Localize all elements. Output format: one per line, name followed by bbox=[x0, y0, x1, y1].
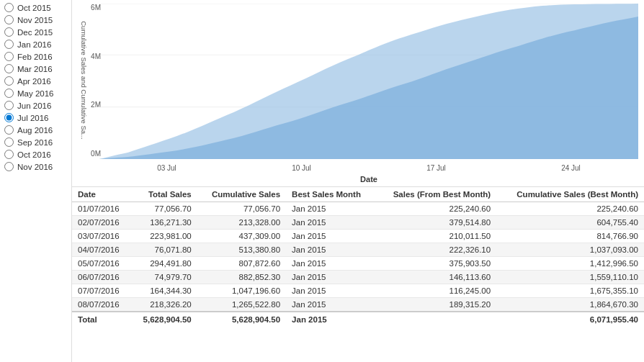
table-cell: 189,315.20 bbox=[375, 298, 496, 312]
sidebar-label: Oct 2015 bbox=[17, 4, 51, 12]
table-cell: 116,245.00 bbox=[375, 284, 496, 298]
table-cell: Jan 2015 bbox=[286, 284, 375, 298]
sidebar-label: Jul 2016 bbox=[17, 114, 48, 122]
table-row: 06/07/201674,979.70882,852.30Jan 2015146… bbox=[72, 271, 644, 284]
table-footer-cell: Jan 2015 bbox=[286, 312, 375, 327]
table-cell: Jan 2015 bbox=[286, 271, 375, 284]
sidebar-item-Oct-2016[interactable]: Oct 2016 bbox=[0, 148, 71, 160]
table-footer-cell: 5,628,904.50 bbox=[131, 312, 197, 327]
table-cell: 74,979.70 bbox=[131, 271, 197, 284]
table-header: DateTotal SalesCumulative SalesBest Sale… bbox=[72, 187, 644, 202]
sidebar-item-Dec-2015[interactable]: Dec 2015 bbox=[0, 26, 71, 38]
sidebar-label: Jan 2016 bbox=[17, 40, 51, 49]
radio-Nov-2016[interactable] bbox=[4, 162, 14, 171]
chart-svg-container bbox=[99, 4, 638, 159]
radio-Jul-2016[interactable] bbox=[4, 113, 14, 122]
radio-Apr-2016[interactable] bbox=[4, 76, 14, 86]
table-header-cell: Total Sales bbox=[131, 187, 197, 202]
sidebar-item-Jun-2016[interactable]: Jun 2016 bbox=[0, 99, 71, 112]
table-cell: 01/07/2016 bbox=[72, 202, 131, 216]
radio-Jan-2016[interactable] bbox=[4, 40, 14, 49]
table-cell: 375,903.50 bbox=[375, 257, 496, 271]
table-cell: 814,766.90 bbox=[496, 230, 644, 243]
chart-svg bbox=[99, 4, 638, 159]
x-axis-label: 03 Jul bbox=[157, 164, 176, 172]
sidebar-item-Jan-2016[interactable]: Jan 2016 bbox=[0, 38, 71, 50]
table-footer-cell: 5,628,904.50 bbox=[197, 312, 286, 327]
sidebar-label: Apr 2016 bbox=[17, 77, 51, 86]
radio-Oct-2016[interactable] bbox=[4, 150, 14, 159]
table-row: 02/07/2016136,271.30213,328.00Jan 201537… bbox=[72, 216, 644, 230]
table-cell: Jan 2015 bbox=[286, 243, 375, 257]
sidebar-item-Jul-2016[interactable]: Jul 2016 bbox=[0, 112, 71, 124]
sidebar-item-Mar-2016[interactable]: Mar 2016 bbox=[0, 63, 71, 75]
table-cell: 04/07/2016 bbox=[72, 243, 131, 257]
sidebar-item-Apr-2016[interactable]: Apr 2016 bbox=[0, 75, 71, 87]
table-cell: 77,056.70 bbox=[131, 202, 197, 216]
table-cell: 1,265,522.80 bbox=[197, 298, 286, 312]
radio-Aug-2016[interactable] bbox=[4, 125, 14, 135]
table-cell: 02/07/2016 bbox=[72, 216, 131, 230]
sidebar-item-Sep-2016[interactable]: Sep 2016 bbox=[0, 136, 71, 148]
table-row: 01/07/201677,056.7077,056.70Jan 2015225,… bbox=[72, 202, 644, 216]
table-cell: 76,071.80 bbox=[131, 243, 197, 257]
radio-Nov-2015[interactable] bbox=[4, 15, 14, 24]
sidebar-label: Nov 2015 bbox=[17, 16, 53, 24]
table-footer-cell: 6,071,955.40 bbox=[496, 312, 644, 327]
sidebar-label: Oct 2016 bbox=[17, 150, 51, 159]
radio-Feb-2016[interactable] bbox=[4, 52, 14, 61]
radio-Oct-2015[interactable] bbox=[4, 3, 14, 12]
table-cell: Jan 2015 bbox=[286, 202, 375, 216]
table-body: 01/07/201677,056.7077,056.70Jan 2015225,… bbox=[72, 202, 644, 312]
table-cell: 604,755.40 bbox=[496, 216, 644, 230]
table-cell: 05/07/2016 bbox=[72, 257, 131, 271]
table-cell: 513,380.80 bbox=[197, 243, 286, 257]
radio-Jun-2016[interactable] bbox=[4, 101, 14, 110]
table-header-cell: Best Sales Month bbox=[286, 187, 375, 202]
table-cell: Jan 2015 bbox=[286, 216, 375, 230]
sidebar-label: Sep 2016 bbox=[17, 138, 53, 147]
table-cell: 03/07/2016 bbox=[72, 230, 131, 243]
radio-Sep-2016[interactable] bbox=[4, 137, 14, 147]
table-footer-cell: Total bbox=[72, 312, 131, 327]
sidebar-item-Feb-2016[interactable]: Feb 2016 bbox=[0, 50, 71, 63]
table-area: DateTotal SalesCumulative SalesBest Sale… bbox=[72, 187, 644, 362]
table-row: 05/07/2016294,491.80807,872.60Jan 201537… bbox=[72, 257, 644, 271]
x-axis-title: Date bbox=[99, 175, 638, 184]
table-cell: 164,344.30 bbox=[131, 284, 197, 298]
table-cell: 218,326.20 bbox=[131, 298, 197, 312]
sidebar-item-Nov-2015[interactable]: Nov 2015 bbox=[0, 14, 71, 26]
radio-Dec-2015[interactable] bbox=[4, 27, 14, 37]
table-header-cell: Date bbox=[72, 187, 131, 202]
table-cell: 07/07/2016 bbox=[72, 284, 131, 298]
table-cell: 223,981.00 bbox=[131, 230, 197, 243]
table-cell: 08/07/2016 bbox=[72, 298, 131, 312]
table-footer-cell bbox=[375, 312, 496, 327]
sidebar-item-Aug-2016[interactable]: Aug 2016 bbox=[0, 124, 71, 136]
sidebar-label: Mar 2016 bbox=[17, 65, 53, 73]
sidebar-label: May 2016 bbox=[17, 89, 54, 98]
table-cell: 882,852.30 bbox=[197, 271, 286, 284]
sidebar-item-May-2016[interactable]: May 2016 bbox=[0, 87, 71, 99]
main-container: Oct 2015Nov 2015Dec 2015Jan 2016Feb 2016… bbox=[0, 0, 644, 362]
table-cell: 1,047,196.60 bbox=[197, 284, 286, 298]
sidebar-item-Oct-2015[interactable]: Oct 2015 bbox=[0, 1, 71, 14]
table-cell: 225,240.60 bbox=[375, 202, 496, 216]
table-cell: 1,864,670.30 bbox=[496, 298, 644, 312]
sidebar-item-Nov-2016[interactable]: Nov 2016 bbox=[0, 160, 71, 173]
content-area: 6M4M2M0M Cumulative Sales and Cumulative… bbox=[72, 0, 644, 362]
table-cell: Jan 2015 bbox=[286, 298, 375, 312]
radio-May-2016[interactable] bbox=[4, 89, 14, 98]
chart-y-label: Cumulative Sales and Cumulative Sa... bbox=[73, 4, 94, 158]
table-cell: 1,037,093.00 bbox=[496, 243, 644, 257]
table-cell: Jan 2015 bbox=[286, 257, 375, 271]
sidebar-label: Feb 2016 bbox=[17, 53, 53, 61]
table-cell: 146,113.60 bbox=[375, 271, 496, 284]
table-row: 03/07/2016223,981.00437,309.00Jan 201521… bbox=[72, 230, 644, 243]
table-cell: 06/07/2016 bbox=[72, 271, 131, 284]
data-table: DateTotal SalesCumulative SalesBest Sale… bbox=[72, 187, 644, 327]
table-header-row: DateTotal SalesCumulative SalesBest Sale… bbox=[72, 187, 644, 202]
radio-Mar-2016[interactable] bbox=[4, 64, 14, 73]
table-cell: 222,326.10 bbox=[375, 243, 496, 257]
chart-area: 6M4M2M0M Cumulative Sales and Cumulative… bbox=[72, 0, 644, 187]
